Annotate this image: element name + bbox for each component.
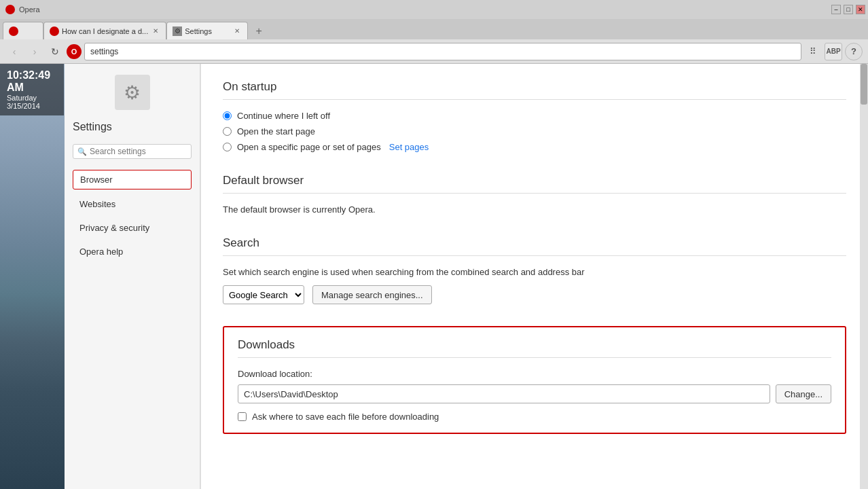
tab-how-can-i[interactable]: How can I designate a d... ✕ xyxy=(43,22,166,39)
startup-start-page-radio[interactable] xyxy=(223,127,232,136)
address-text: settings xyxy=(90,47,118,56)
how-tab-close-button[interactable]: ✕ xyxy=(151,26,160,36)
opera-tab-icon xyxy=(5,5,15,14)
default-browser-text: The default browser is currently Opera. xyxy=(223,204,846,215)
new-tab-button[interactable]: + xyxy=(251,23,267,39)
search-engine-row: Google Search Manage search engines... xyxy=(223,285,846,304)
search-description: Set which search engine is used when sea… xyxy=(223,267,846,277)
settings-content: On startup Continue where I left off Ope… xyxy=(200,64,868,489)
tab-settings[interactable]: ⚙ Settings ✕ xyxy=(166,22,248,39)
startup-radio-group: Continue where I left off Open the start… xyxy=(223,111,846,152)
search-engine-select[interactable]: Google Search xyxy=(223,285,304,304)
startup-continue-radio[interactable] xyxy=(223,111,232,120)
minimize-button[interactable]: – xyxy=(831,5,841,14)
sidebar-item-websites[interactable]: Websites xyxy=(73,195,192,213)
browser-chrome: Opera – □ ✕ How can I designate a d... ✕… xyxy=(0,0,868,64)
adblock-button[interactable]: ABP xyxy=(825,43,842,60)
opera-favicon-icon xyxy=(9,26,18,36)
ask-save-checkbox-item[interactable]: Ask where to save each file before downl… xyxy=(238,412,831,422)
search-settings-container[interactable]: 🔍 xyxy=(73,144,192,159)
download-location-row: Change... xyxy=(238,384,831,403)
ask-save-label: Ask where to save each file before downl… xyxy=(252,412,439,422)
download-location-label: Download location: xyxy=(238,369,831,379)
gear-icon: ⚙ xyxy=(115,75,150,110)
startup-continue-label: Continue where I left off xyxy=(237,111,330,121)
close-button[interactable]: ✕ xyxy=(856,5,865,14)
sidebar-item-browser[interactable]: Browser xyxy=(73,170,192,189)
clock-day: Saturday xyxy=(7,94,57,102)
sidebar-item-privacy[interactable]: Privacy & security xyxy=(73,219,192,237)
set-pages-link[interactable]: Set pages xyxy=(389,142,429,152)
on-startup-section: On startup Continue where I left off Ope… xyxy=(223,80,846,152)
search-section: Search Set which search engine is used w… xyxy=(223,236,846,304)
settings-sidebar-title: Settings xyxy=(73,121,192,133)
clock-widget: 10:32:49 AM Saturday 3/15/2014 xyxy=(0,64,64,115)
downloads-section: Downloads Download location: Change... A… xyxy=(223,326,846,434)
search-section-title: Search xyxy=(223,236,846,256)
how-tab-favicon-icon xyxy=(50,26,59,36)
sidebar-gear-area: ⚙ xyxy=(73,75,192,110)
scroll-track[interactable] xyxy=(860,64,868,489)
reload-button[interactable]: ↻ xyxy=(46,43,64,60)
startup-option-start-page[interactable]: Open the start page xyxy=(223,126,846,137)
scroll-thumb[interactable] xyxy=(861,64,867,105)
downloads-title: Downloads xyxy=(238,338,831,358)
maximize-button[interactable]: □ xyxy=(844,5,853,14)
opera-logo[interactable]: O xyxy=(67,44,82,59)
search-settings-input[interactable] xyxy=(90,147,187,156)
address-bar[interactable]: settings xyxy=(84,43,801,60)
on-startup-title: On startup xyxy=(223,80,846,100)
default-browser-title: Default browser xyxy=(223,174,846,194)
title-bar: Opera – □ ✕ xyxy=(0,0,868,19)
ask-save-checkbox[interactable] xyxy=(238,412,247,421)
apps-icon-button[interactable]: ⠿ xyxy=(804,43,822,60)
settings-favicon-icon: ⚙ xyxy=(173,26,182,36)
change-location-button[interactable]: Change... xyxy=(776,384,831,403)
settings-sidebar: ⚙ Settings 🔍 Browser Websites Privacy & … xyxy=(65,64,200,489)
nav-bar: ‹ › ↻ O settings ⠿ ABP ? xyxy=(0,39,868,64)
startup-specific-page-radio[interactable] xyxy=(223,143,232,151)
search-settings-icon: 🔍 xyxy=(77,147,87,156)
startup-specific-page-label: Open a specific page or set of pages xyxy=(237,142,381,152)
manage-search-engines-button[interactable]: Manage search engines... xyxy=(312,285,432,304)
download-path-input[interactable] xyxy=(238,384,770,403)
window-title: Opera xyxy=(19,5,40,14)
tab-bar: How can I designate a d... ✕ ⚙ Settings … xyxy=(0,19,868,39)
startup-option-specific-page[interactable]: Open a specific page or set of pages Set… xyxy=(223,142,846,152)
forward-button[interactable]: › xyxy=(26,43,43,60)
how-tab-label: How can I designate a d... xyxy=(62,27,148,35)
tab-opera[interactable] xyxy=(3,22,43,39)
clock-date: 3/15/2014 xyxy=(7,102,57,110)
back-button[interactable]: ‹ xyxy=(5,43,23,60)
main-area: ⚙ Settings 🔍 Browser Websites Privacy & … xyxy=(0,64,868,489)
default-browser-section: Default browser The default browser is c… xyxy=(223,174,846,215)
clock-time: 10:32:49 AM xyxy=(7,69,57,94)
sidebar-item-opera-help[interactable]: Opera help xyxy=(73,242,192,261)
settings-tab-label: Settings xyxy=(185,27,230,35)
settings-tab-close-button[interactable]: ✕ xyxy=(232,26,242,36)
help-button[interactable]: ? xyxy=(845,43,863,60)
window-controls: – □ ✕ xyxy=(831,5,865,14)
startup-start-page-label: Open the start page xyxy=(237,126,315,137)
startup-option-continue[interactable]: Continue where I left off xyxy=(223,111,846,121)
